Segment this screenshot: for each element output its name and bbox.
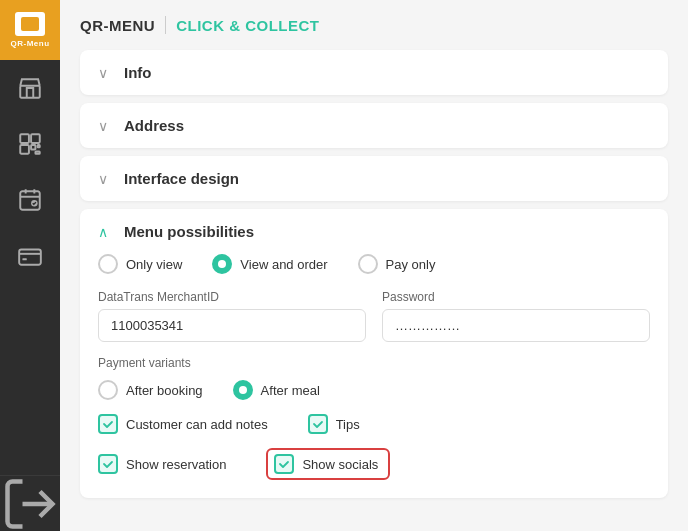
checkbox-customer-notes[interactable]: Customer can add notes: [98, 414, 268, 434]
sidebar-item-logout[interactable]: [0, 475, 60, 531]
radio-after-booking[interactable]: After booking: [98, 380, 203, 400]
info-header[interactable]: ∨ Info: [98, 64, 650, 81]
checkbox-tips-label: Tips: [336, 417, 360, 432]
address-section: ∨ Address: [80, 103, 668, 148]
svg-rect-6: [35, 152, 39, 154]
show-socials-highlighted: Show socials: [266, 448, 390, 480]
store-icon: [17, 75, 43, 101]
radio-pay-only-circle: [358, 254, 378, 274]
qr-icon: [17, 131, 43, 157]
svg-rect-2: [31, 134, 40, 143]
info-title: Info: [124, 64, 152, 81]
checkbox-show-reservation[interactable]: Show reservation: [98, 454, 226, 474]
checkbox-show-socials-box: [274, 454, 294, 474]
sidebar-item-payment[interactable]: [0, 228, 60, 284]
menu-possibilities-header[interactable]: ∧ Menu possibilities: [98, 223, 650, 240]
checkbox-row-1: Customer can add notes Tips: [98, 414, 650, 434]
menu-possibilities-section: ∧ Menu possibilities Only view View and …: [80, 209, 668, 498]
address-title: Address: [124, 117, 184, 134]
header: QR-MENU CLICK & COLLECT: [80, 16, 668, 34]
checkbox-show-socials[interactable]: Show socials: [274, 454, 378, 474]
info-section: ∨ Info: [80, 50, 668, 95]
interface-section: ∨ Interface design: [80, 156, 668, 201]
check-icon: [102, 418, 114, 430]
logo-icon: [15, 12, 45, 36]
page-subtitle: CLICK & COLLECT: [176, 17, 319, 34]
checkbox-tips[interactable]: Tips: [308, 414, 360, 434]
sidebar-logo-text: QR-Menu: [10, 39, 49, 48]
radio-after-meal-label: After meal: [261, 383, 320, 398]
datatrans-input[interactable]: [98, 309, 366, 342]
form-row-datatrans: DataTrans MerchantID Password: [98, 290, 650, 342]
app-title: QR-MENU: [80, 17, 155, 34]
svg-rect-9: [19, 250, 41, 265]
radio-only-view-circle: [98, 254, 118, 274]
interface-chevron-icon: ∨: [98, 171, 114, 187]
menu-possibilities-title: Menu possibilities: [124, 223, 254, 240]
svg-rect-5: [38, 145, 40, 147]
radio-view-and-order-circle: [212, 254, 232, 274]
check-icon: [278, 458, 290, 470]
checkbox-show-socials-label: Show socials: [302, 457, 378, 472]
svg-rect-7: [20, 191, 40, 209]
checkbox-customer-notes-label: Customer can add notes: [126, 417, 268, 432]
datatrans-field: DataTrans MerchantID: [98, 290, 366, 342]
payment-radio-group: After booking After meal: [98, 380, 650, 400]
radio-after-meal-circle: [233, 380, 253, 400]
address-header[interactable]: ∨ Address: [98, 117, 650, 134]
radio-pay-only[interactable]: Pay only: [358, 254, 436, 274]
sidebar-logo[interactable]: QR-Menu: [0, 0, 60, 60]
radio-group: Only view View and order Pay only: [98, 254, 650, 274]
radio-after-booking-circle: [98, 380, 118, 400]
radio-pay-only-label: Pay only: [386, 257, 436, 272]
check-icon: [102, 458, 114, 470]
svg-rect-1: [20, 134, 29, 143]
radio-only-view-label: Only view: [126, 257, 182, 272]
datatrans-label: DataTrans MerchantID: [98, 290, 366, 304]
radio-view-and-order-label: View and order: [240, 257, 327, 272]
radio-after-booking-label: After booking: [126, 383, 203, 398]
payment-variants-label: Payment variants: [98, 356, 650, 370]
interface-title: Interface design: [124, 170, 239, 187]
calendar-icon: [17, 187, 43, 213]
svg-rect-10: [22, 258, 26, 260]
radio-only-view[interactable]: Only view: [98, 254, 182, 274]
payment-icon: [17, 243, 43, 269]
radio-view-and-order[interactable]: View and order: [212, 254, 327, 274]
sidebar-item-calendar[interactable]: [0, 172, 60, 228]
svg-rect-4: [31, 145, 35, 149]
sidebar-item-qr[interactable]: [0, 116, 60, 172]
password-input[interactable]: [382, 309, 650, 342]
checkbox-customer-notes-box: [98, 414, 118, 434]
address-chevron-icon: ∨: [98, 118, 114, 134]
checkbox-tips-box: [308, 414, 328, 434]
check-icon: [312, 418, 324, 430]
svg-rect-3: [20, 145, 29, 154]
info-chevron-icon: ∨: [98, 65, 114, 81]
interface-header[interactable]: ∨ Interface design: [98, 170, 650, 187]
menu-possibilities-chevron-icon: ∧: [98, 224, 114, 240]
sidebar-item-store[interactable]: [0, 60, 60, 116]
password-field: Password: [382, 290, 650, 342]
password-label: Password: [382, 290, 650, 304]
checkbox-show-reservation-label: Show reservation: [126, 457, 226, 472]
logout-icon: [0, 474, 60, 532]
sidebar: QR-Menu: [0, 0, 60, 531]
radio-after-meal[interactable]: After meal: [233, 380, 320, 400]
checkbox-show-reservation-box: [98, 454, 118, 474]
header-divider: [165, 16, 166, 34]
main-content: QR-MENU CLICK & COLLECT ∨ Info ∨ Address…: [60, 0, 688, 531]
checkbox-row-2: Show reservation Show socials: [98, 448, 650, 480]
